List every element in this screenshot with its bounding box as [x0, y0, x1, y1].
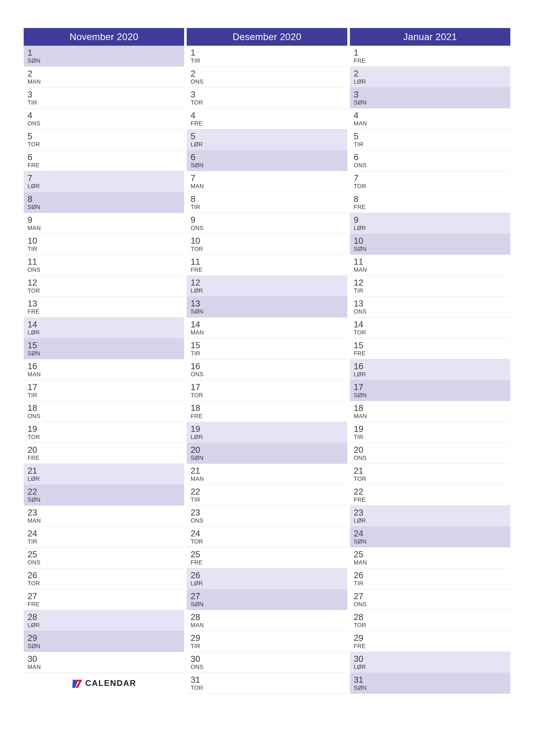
day-of-week: TOR — [354, 622, 510, 629]
day-number: 2 — [191, 68, 347, 78]
day-row: 17TIR — [24, 380, 184, 401]
day-row: 10TOR — [187, 234, 347, 255]
day-of-week: TOR — [354, 329, 510, 336]
day-of-week: SØN — [354, 99, 510, 106]
day-number: 12 — [354, 278, 510, 287]
day-number: 26 — [354, 570, 510, 580]
day-number: 28 — [191, 612, 347, 622]
day-number: 18 — [28, 403, 184, 413]
day-of-week: ONS — [28, 559, 184, 566]
day-number: 11 — [28, 257, 184, 267]
day-number: 25 — [28, 549, 184, 559]
day-row: 21MAN — [187, 464, 347, 485]
day-of-week: SØN — [191, 455, 347, 461]
day-of-week: LØR — [28, 475, 184, 482]
day-number: 7 — [191, 173, 347, 183]
day-number: 23 — [191, 507, 347, 517]
day-of-week: ONS — [28, 413, 184, 419]
day-number: 31 — [354, 675, 510, 685]
day-row: 28LØR — [24, 610, 184, 631]
day-of-week: LØR — [191, 287, 347, 294]
day-row: 15SØN — [24, 338, 184, 359]
day-number: 14 — [191, 319, 347, 329]
day-number: 3 — [28, 90, 184, 99]
day-row: 3SØN — [350, 88, 510, 108]
day-row: 14MAN — [187, 317, 347, 338]
day-of-week: SØN — [28, 204, 184, 210]
day-row: 30MAN — [24, 652, 184, 673]
day-number: 3 — [191, 90, 347, 99]
day-of-week: TOR — [28, 580, 184, 587]
day-number: 2 — [354, 68, 510, 78]
day-row: 6ONS — [350, 150, 510, 171]
day-number: 12 — [28, 278, 184, 287]
day-number: 15 — [28, 340, 184, 350]
day-of-week: TIR — [191, 643, 347, 650]
day-number: 22 — [28, 487, 184, 497]
day-number: 11 — [191, 257, 347, 267]
day-row: 14LØR — [24, 317, 184, 338]
day-number: 24 — [28, 528, 184, 538]
day-row: 29SØN — [24, 631, 184, 652]
day-of-week: FRE — [28, 455, 184, 461]
day-row: 23MAN — [24, 505, 184, 526]
day-number: 5 — [354, 131, 510, 141]
day-row: 2MAN — [24, 67, 184, 88]
day-row: 5LØR — [187, 129, 347, 150]
day-of-week: MAN — [191, 475, 347, 482]
day-row: 7TOR — [350, 171, 510, 192]
day-number: 4 — [191, 110, 347, 120]
day-of-week: TIR — [354, 287, 510, 294]
day-number: 22 — [354, 487, 510, 497]
day-number: 8 — [28, 194, 184, 204]
day-number: 31 — [191, 675, 347, 685]
day-of-week: ONS — [28, 267, 184, 273]
day-row: 23LØR — [350, 505, 510, 526]
month-header: November 2020 — [24, 28, 184, 46]
day-of-week: ONS — [354, 309, 510, 315]
day-row: 12TIR — [350, 276, 510, 297]
day-row: 10TIR — [24, 234, 184, 255]
day-of-week: FRE — [191, 559, 347, 566]
day-of-week: LØR — [354, 664, 510, 670]
day-of-week: TIR — [354, 434, 510, 441]
day-number: 13 — [354, 298, 510, 309]
day-of-week: FRE — [191, 120, 347, 127]
day-number: 8 — [354, 194, 510, 204]
day-of-week: FRE — [28, 162, 184, 169]
day-of-week: ONS — [354, 162, 510, 169]
day-number: 21 — [191, 466, 347, 475]
month-header: Desember 2020 — [187, 28, 347, 46]
day-row: 13FRE — [24, 297, 184, 317]
day-number: 7 — [354, 173, 510, 183]
day-number: 18 — [354, 403, 510, 413]
day-number: 28 — [28, 612, 184, 622]
day-number: 17 — [28, 382, 184, 392]
day-of-week: MAN — [354, 120, 510, 127]
day-number: 9 — [354, 215, 510, 225]
day-row: 28TOR — [350, 610, 510, 631]
day-of-week: FRE — [354, 497, 510, 503]
days-list: 1FRE2LØR3SØN4MAN5TIR6ONS7TOR8FRE9LØR10SØ… — [350, 46, 510, 694]
day-number: 20 — [191, 445, 347, 455]
day-row: 19LØR — [187, 422, 347, 443]
calendar-columns: November 2020 1SØN2MAN3TIR4ONS5TOR6FRE7L… — [24, 28, 510, 694]
day-number: 4 — [354, 110, 510, 120]
day-number: 13 — [28, 298, 184, 309]
day-row: 25ONS — [24, 547, 184, 568]
day-number: 30 — [28, 654, 184, 664]
day-row: 8TIR — [187, 192, 347, 213]
day-row: 26LØR — [187, 568, 347, 589]
day-of-week: TOR — [354, 183, 510, 190]
day-row: 13ONS — [350, 297, 510, 317]
day-number: 29 — [28, 633, 184, 643]
day-of-week: TOR — [191, 392, 347, 399]
day-of-week: LØR — [28, 329, 184, 336]
day-of-week: FRE — [28, 601, 184, 608]
day-number: 1 — [191, 48, 347, 58]
day-number: 29 — [354, 633, 510, 643]
day-of-week: ONS — [354, 455, 510, 461]
day-of-week: FRE — [354, 204, 510, 210]
day-of-week: TIR — [191, 350, 347, 357]
day-row: 24TIR — [24, 526, 184, 547]
